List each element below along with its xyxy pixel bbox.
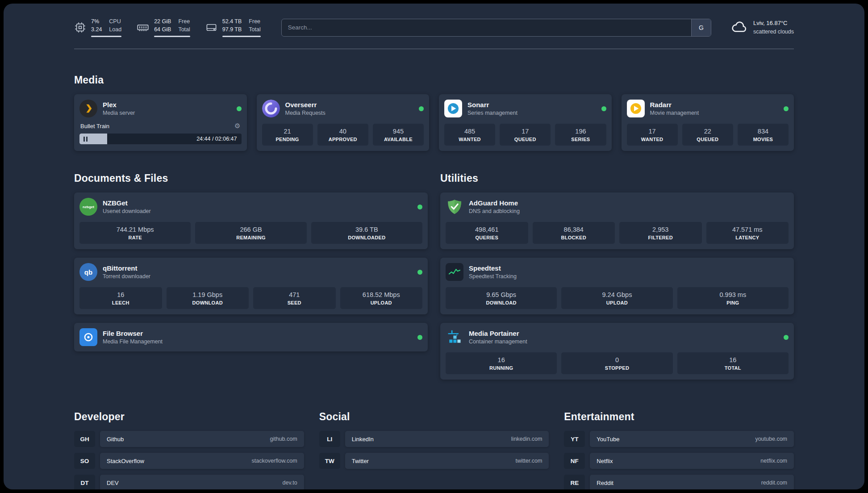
search-input[interactable] [282, 19, 691, 36]
stat-tile: 485 WANTED [444, 124, 495, 146]
stat-label: MOVIES [739, 137, 787, 142]
playback-time: 24:44 / 02:06:47 [196, 136, 241, 142]
link-name: Netflix [597, 458, 613, 464]
weather-location: Lviv, 16.87°C [753, 19, 794, 28]
app-name: Radarr [650, 101, 699, 109]
link-twitter[interactable]: TW Twitter twitter.com [319, 453, 549, 469]
stat-value: 485 [446, 128, 493, 135]
section-title-utilities: Utilities [440, 172, 794, 184]
overseerr-icon [262, 100, 280, 117]
stat-tile: 21 PENDING [262, 124, 313, 146]
app-name: Speedtest [469, 264, 517, 272]
stat-tile: 17 QUEUED [500, 124, 551, 146]
stat-label: QUERIES [447, 235, 526, 240]
nzbget-icon-text: nzbget [83, 205, 94, 209]
link-name: YouTube [597, 436, 619, 443]
sonarr-card[interactable]: Sonarr Series management 485 WANTED 17 Q… [439, 94, 612, 151]
nzbget-card[interactable]: nzbget NZBGet Usenet downloader 744.21 M… [74, 192, 428, 249]
media-progress-bar[interactable]: 24:44 / 02:06:47 [79, 134, 242, 144]
app-subtitle: Media Requests [285, 110, 326, 116]
stat-tile: 39.6 TB DOWNLOADED [311, 222, 422, 244]
stat-tile: 471 SEED [253, 287, 336, 309]
qbittorrent-card[interactable]: qb qBittorrent Torrent downloader 16 LEE… [74, 258, 428, 314]
link-name: StackOverflow [107, 458, 144, 464]
cpu-load-label: Load [109, 26, 121, 33]
stat-tile: 2,953 FILTERED [619, 222, 702, 244]
stat-value: 16 [81, 291, 160, 298]
link-linkedin[interactable]: LI LinkedIn linkedin.com [319, 431, 549, 447]
app-subtitle: Media server [103, 110, 135, 116]
portainer-icon [446, 328, 463, 346]
portainer-card[interactable]: Media Portainer Container management 16 … [440, 323, 794, 380]
status-dot [417, 335, 422, 340]
gear-icon[interactable]: ⚙ [234, 122, 240, 130]
section-title-media: Media [74, 74, 794, 86]
section-title-entertainment: Entertainment [564, 411, 794, 423]
link-youtube[interactable]: YT YouTube youtube.com [564, 431, 794, 447]
cloud-icon [731, 20, 748, 35]
plex-card[interactable]: Plex Media server Bullet Train ⚙ 24:44 /… [74, 94, 247, 151]
cpu-usage-bar [91, 36, 121, 37]
app-subtitle: Speedtest Tracking [469, 273, 517, 280]
search-engine-button[interactable]: G [691, 19, 711, 36]
overseerr-card[interactable]: Overseerr Media Requests 21 PENDING 40 A… [257, 94, 430, 151]
now-playing-title: Bullet Train [80, 123, 109, 130]
stat-value: 47.571 ms [708, 226, 787, 233]
speedtest-card[interactable]: Speedtest Speedtest Tracking 9.65 Gbps D… [440, 258, 794, 314]
link-url: linkedin.com [511, 436, 542, 442]
stat-tile: 9.24 Gbps UPLOAD [561, 287, 672, 309]
stat-tile: 266 GB REMAINING [195, 222, 306, 244]
cpu-metric: 7% CPU 3.24 Load [74, 18, 121, 37]
link-dev[interactable]: DT DEV dev.to [74, 475, 304, 489]
disk-free-value: 52.4 TB [222, 18, 242, 25]
disk-icon [205, 21, 217, 33]
stat-tile: 945 AVAILABLE [373, 124, 424, 146]
app-name: NZBGet [103, 199, 151, 207]
speedtest-icon [446, 263, 463, 281]
disk-metric: 52.4 TB Free 97.9 TB Total [205, 18, 261, 37]
section-social: Social LI LinkedIn linkedin.com TW Twitt… [319, 411, 549, 475]
link-reddit[interactable]: RE Reddit reddit.com [564, 475, 794, 489]
adguard-card[interactable]: AdGuard Home DNS and adblocking 498,461 … [440, 192, 794, 249]
disk-free-label: Free [249, 18, 260, 25]
stat-label: BLOCKED [534, 235, 613, 240]
pause-button[interactable] [83, 137, 88, 142]
section-utilities: Utilities AdGuard Home DNS and [440, 172, 794, 380]
linkedin-icon: LI [319, 431, 340, 447]
stat-label: STOPPED [563, 365, 671, 371]
status-dot [784, 106, 789, 111]
radarr-card[interactable]: Radarr Movie management 17 WANTED 22 QUE… [622, 94, 794, 151]
stat-value: 498,461 [447, 226, 526, 233]
link-github[interactable]: GH Github github.com [74, 431, 304, 447]
section-developer: Developer GH Github github.com SO StackO… [74, 411, 304, 489]
stat-tile: 834 MOVIES [738, 124, 789, 146]
stat-label: LATENCY [708, 235, 787, 240]
netflix-icon: NF [564, 453, 585, 469]
stackoverflow-icon: SO [74, 453, 95, 469]
stat-tile: 0 STOPPED [561, 352, 672, 374]
stat-value: 834 [739, 128, 787, 135]
stat-label: RATE [81, 235, 189, 240]
dashboard: 7% CPU 3.24 Load 22 GiB Free 64 GiB Tota… [4, 4, 864, 489]
stat-value: 2,953 [621, 226, 700, 233]
link-netflix[interactable]: NF Netflix netflix.com [564, 453, 794, 469]
link-name: Twitter [352, 458, 369, 464]
link-stackoverflow[interactable]: SO StackOverflow stackoverflow.com [74, 453, 304, 469]
stat-value: 9.24 Gbps [563, 291, 671, 298]
app-name: Sonarr [467, 101, 517, 109]
weather-widget[interactable]: Lviv, 16.87°C scattered clouds [731, 19, 794, 36]
link-name: Reddit [597, 480, 613, 486]
filebrowser-card[interactable]: File Browser Media File Management [74, 323, 428, 351]
stat-label: SERIES [557, 137, 604, 142]
stat-label: APPROVED [319, 137, 367, 142]
status-dot [237, 106, 242, 111]
stat-value: 0.993 ms [679, 291, 787, 298]
progress-fill[interactable] [79, 134, 107, 144]
stat-value: 39.6 TB [313, 226, 421, 233]
stat-value: 744.21 Mbps [81, 226, 189, 233]
stat-value: 21 [264, 128, 311, 135]
disk-total-label: Total [249, 26, 260, 33]
stat-value: 17 [501, 128, 549, 135]
app-subtitle: Torrent downloader [103, 273, 150, 280]
ram-usage-bar [154, 36, 190, 37]
